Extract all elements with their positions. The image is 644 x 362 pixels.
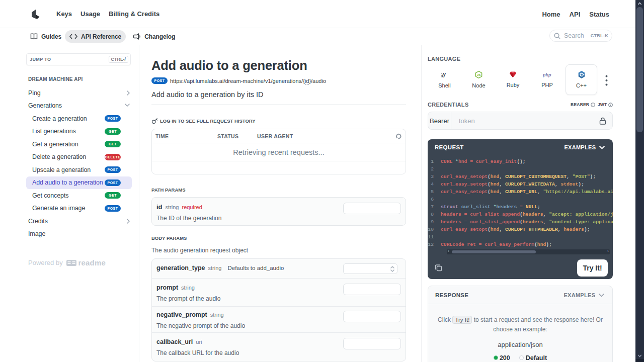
svg-text:php: php — [543, 72, 551, 77]
svg-text:JS: JS — [477, 73, 481, 76]
svg-text://: // — [441, 71, 446, 78]
